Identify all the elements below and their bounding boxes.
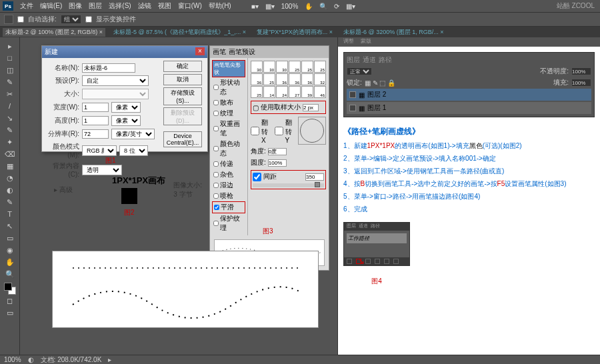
bi-3[interactable]: 纹理: [212, 108, 245, 119]
angle-circle[interactable]: [300, 119, 324, 143]
preset-select[interactable]: 自定: [82, 75, 149, 86]
brush-thumb[interactable]: 25: [289, 61, 301, 73]
dodge-tool[interactable]: ◐: [3, 184, 17, 196]
adjust-tab[interactable]: 调整: [341, 37, 357, 47]
bi-5[interactable]: 颜色动态: [212, 139, 245, 159]
height-unit[interactable]: 像素: [111, 115, 141, 126]
eye-icon[interactable]: [349, 91, 356, 98]
shape-tool[interactable]: ▭: [3, 232, 17, 244]
auto-select-type[interactable]: 组: [61, 15, 81, 24]
brush-tab[interactable]: 画笔: [213, 47, 226, 57]
quickmask[interactable]: ◻: [3, 295, 17, 307]
mask-tab[interactable]: 蒙版: [358, 37, 374, 47]
move-tool[interactable]: ▸: [3, 40, 17, 52]
opacity-input[interactable]: [571, 67, 591, 75]
name-input[interactable]: [82, 63, 135, 73]
text-tool[interactable]: T: [3, 208, 17, 220]
brush-thumb[interactable]: 30: [276, 61, 288, 73]
menu-view[interactable]: 视图: [155, 1, 174, 11]
sample-size-input[interactable]: [303, 104, 319, 111]
brush-thumb[interactable]: 30: [251, 61, 263, 73]
eye-icon[interactable]: [349, 105, 356, 111]
brush-tool[interactable]: ✎: [3, 124, 17, 136]
bi-2[interactable]: 散布: [212, 97, 245, 108]
layer-row[interactable]: ▦图层 2: [347, 89, 591, 101]
spacing-input[interactable]: [305, 173, 324, 181]
brush-thumb[interactable]: 27: [289, 86, 301, 98]
heal-tool[interactable]: ↘: [3, 112, 17, 124]
doc-tab-2[interactable]: 未标题-5 @ 87.5% (《路径+笔刷画虚线》_1_,... ×: [111, 28, 249, 37]
menu-image[interactable]: 图像: [66, 1, 85, 11]
bi-6[interactable]: 传递: [212, 159, 245, 169]
brush-thumb[interactable]: 25: [301, 61, 313, 73]
width-input[interactable]: [82, 103, 109, 112]
blur-tool[interactable]: ◔: [3, 172, 17, 184]
brush-thumb[interactable]: 36: [301, 73, 313, 85]
menu-file[interactable]: 文件: [17, 1, 36, 11]
menu-select[interactable]: 选择(S): [106, 1, 133, 11]
menu-help[interactable]: 帮助(H): [206, 1, 234, 11]
brush-thumb[interactable]: 39: [301, 86, 313, 98]
doc-tab-3[interactable]: 复建"PX*1PX的透明画布... ×: [254, 28, 335, 37]
brush-thumb[interactable]: 30: [263, 61, 275, 73]
res-unit[interactable]: 像素/英寸: [111, 129, 155, 139]
fill-path-icon[interactable]: [347, 259, 352, 264]
brush-thumb[interactable]: 36: [289, 73, 301, 85]
bi-1[interactable]: 形状动态: [212, 77, 245, 97]
eyedropper-tool[interactable]: /: [3, 100, 17, 112]
width-unit[interactable]: 像素: [111, 102, 141, 113]
gradient-tool[interactable]: ▦: [3, 160, 17, 172]
zoom-level[interactable]: 100%: [4, 356, 21, 363]
menu-edit[interactable]: 编辑(E): [37, 1, 65, 11]
3d-tool[interactable]: ◉: [3, 244, 17, 256]
brush-thumb[interactable]: 32: [314, 73, 326, 85]
del-preset-button[interactable]: 删除预设(D)...: [163, 107, 202, 125]
bi-4[interactable]: 双重画笔: [212, 119, 245, 139]
fill-input[interactable]: [571, 79, 591, 87]
menu-filter[interactable]: 滤镜: [135, 1, 154, 11]
auto-select-check[interactable]: [17, 16, 24, 23]
path-tool[interactable]: ↖: [3, 220, 17, 232]
brush-thumb[interactable]: 14: [263, 86, 275, 98]
angle-input[interactable]: [268, 148, 287, 155]
work-path[interactable]: 工作路径: [347, 233, 407, 243]
brush-thumb[interactable]: 24: [276, 86, 288, 98]
device-central-button[interactable]: Device Central(E)...: [163, 131, 202, 147]
res-input[interactable]: [82, 129, 109, 139]
color-swatch[interactable]: [4, 283, 16, 295]
height-input[interactable]: [82, 116, 109, 125]
menu-layer[interactable]: 图层: [86, 1, 105, 11]
layers-tab[interactable]: 图层: [347, 55, 360, 65]
show-transform-check[interactable]: [85, 16, 92, 23]
menu-window[interactable]: 窗口(W): [175, 1, 205, 11]
cancel-button[interactable]: 取消: [163, 74, 202, 85]
bi-7[interactable]: 杂色: [212, 169, 245, 180]
bi-11[interactable]: 保护纹理: [212, 213, 245, 233]
zoom-tool[interactable]: 🔍: [3, 268, 17, 280]
wand-tool[interactable]: ✎: [3, 76, 17, 88]
screenmode[interactable]: ▭: [3, 307, 17, 319]
stamp-tool[interactable]: ✦: [3, 136, 17, 148]
bi-9[interactable]: 喷枪: [212, 191, 245, 201]
brush-preset-tab[interactable]: 画笔预设: [229, 47, 255, 57]
doc-tab-4[interactable]: 未标题-6 @ 3200% (图层 1, RGB/... ×: [341, 28, 446, 37]
mode-select[interactable]: RGB 颜色: [82, 145, 117, 156]
layer-row[interactable]: ▦图层 1: [347, 102, 591, 114]
brush-thumb[interactable]: 36: [251, 73, 263, 85]
doc-tab-1[interactable]: 未标题-2 @ 100% (图层 2, RGB/8) ×: [3, 28, 105, 37]
pen-tool[interactable]: ✎: [3, 196, 17, 208]
save-preset-button[interactable]: 存储预设(S)...: [163, 87, 202, 105]
brush-thumb[interactable]: 46: [314, 86, 326, 98]
lasso-tool[interactable]: ◫: [3, 64, 17, 76]
bit-select[interactable]: 8 位: [119, 145, 148, 156]
brush-thumb[interactable]: 25: [263, 73, 275, 85]
brush-thumb[interactable]: 25: [314, 61, 326, 73]
blend-mode[interactable]: 正常: [347, 67, 372, 75]
bg-select[interactable]: 透明: [82, 165, 122, 175]
crop-tool[interactable]: ✂: [3, 88, 17, 100]
ok-button[interactable]: 确定: [163, 61, 202, 72]
close-icon[interactable]: ×: [195, 47, 205, 55]
bi-10[interactable]: 平滑: [212, 201, 245, 213]
brush-thumb[interactable]: 36: [276, 73, 288, 85]
eraser-tool[interactable]: ⌫: [3, 148, 17, 160]
